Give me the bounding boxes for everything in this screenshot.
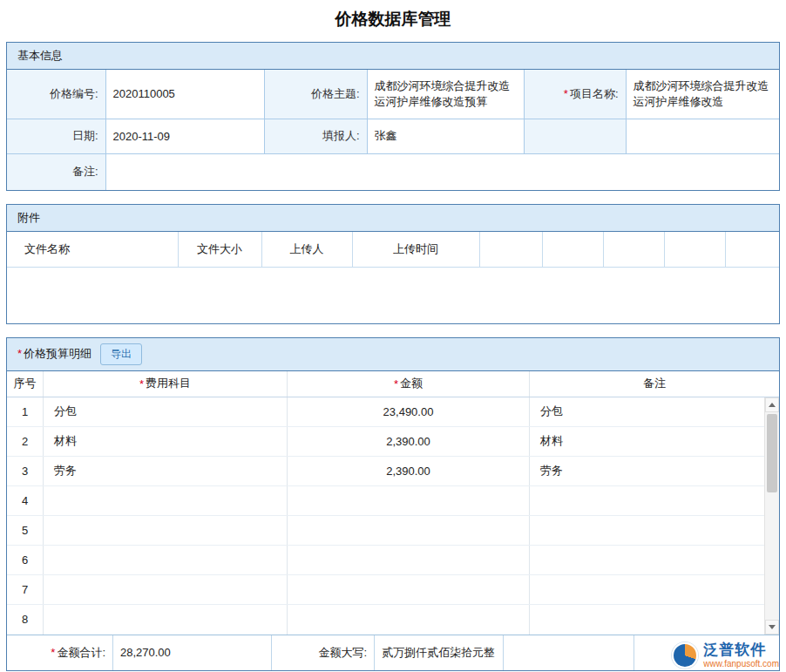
total-amount-value: 28,270.00: [113, 635, 272, 670]
row-subject: [44, 575, 288, 604]
price-subject-value: 成都沙河环境综合提升改造运河护岸维修改造预算: [367, 70, 524, 119]
table-row: 2 材料 2,390.00 材料: [7, 427, 764, 457]
project-name-label-text: 项目名称:: [570, 87, 619, 100]
amount-caps-value: 贰万捌仟贰佰柒拾元整: [375, 635, 504, 670]
empty-label-cell: [524, 119, 626, 153]
row-remark: 劳务: [530, 457, 764, 485]
col-header-no: 序号: [7, 371, 44, 397]
row-amount: [288, 605, 530, 635]
row-amount: [288, 486, 530, 515]
row-amount: [288, 575, 530, 604]
row-remark: [530, 486, 764, 515]
col-header-amount-text: 金额: [400, 376, 423, 391]
col-header-remark: 备注: [530, 371, 779, 397]
price-subject-label: 价格主题:: [264, 70, 367, 119]
detail-grid-area: 1 分包 23,490.00 分包 2 材料 2,390.00 材料 3 劳务 …: [7, 397, 779, 635]
row-no: 2: [7, 427, 44, 456]
row-subject: [44, 486, 288, 515]
amount-caps-label: 金额大写:: [272, 635, 375, 670]
row-no: 1: [7, 397, 44, 426]
required-mark: *: [17, 347, 22, 360]
basic-info-table: 价格编号: 2020110005 价格主题: 成都沙河环境综合提升改造运河护岸维…: [7, 70, 779, 190]
basic-info-header: 基本信息: [7, 43, 779, 70]
attachments-table: 文件名称 文件大小 上传人 上传时间: [7, 232, 779, 268]
price-no-label: 价格编号:: [7, 70, 105, 119]
row-no: 7: [7, 575, 44, 604]
table-row: 5: [7, 516, 764, 546]
row-amount: 2,390.00: [288, 457, 530, 485]
detail-rows: 1 分包 23,490.00 分包 2 材料 2,390.00 材料 3 劳务 …: [7, 397, 764, 635]
fanpu-logo-icon: [672, 642, 698, 669]
detail-column-header-row: 序号 *费用科目 *金额 备注: [7, 371, 779, 397]
basic-info-section: 基本信息 价格编号: 2020110005 价格主题: 成都沙河环境综合提升改造…: [6, 42, 780, 191]
row-subject: 材料: [44, 427, 288, 456]
row-no: 8: [7, 605, 44, 635]
required-mark: *: [51, 646, 55, 659]
row-no: 5: [7, 516, 44, 545]
table-row: 8: [7, 605, 764, 635]
reporter-value: 张鑫: [367, 119, 524, 153]
fanpu-logo: 泛普软件 www.fanpusoft.com: [672, 642, 779, 669]
date-label: 日期:: [7, 119, 105, 153]
row-remark: 材料: [530, 427, 764, 456]
table-row: 6: [7, 546, 764, 575]
export-button[interactable]: 导出: [100, 343, 142, 365]
row-subject: [44, 605, 288, 635]
scroll-down-button[interactable]: [765, 620, 779, 635]
arrow-up-icon: [769, 403, 776, 407]
scroll-up-button[interactable]: [765, 397, 779, 412]
row-remark: [530, 605, 764, 635]
uploader-header: 上传人: [261, 232, 352, 267]
table-row: 备注:: [7, 153, 779, 190]
attachment-extra-column: [603, 232, 664, 267]
table-row: 3 劳务 2,390.00 劳务: [7, 457, 764, 486]
required-mark: *: [394, 377, 398, 390]
file-size-header: 文件大小: [178, 232, 261, 267]
row-subject: 劳务: [44, 457, 288, 485]
footer-empty-cell: [504, 635, 634, 670]
detail-footer-row: *金额合计: 28,270.00 金额大写: 贰万捌仟贰佰柒拾元整: [7, 635, 779, 670]
price-budget-detail-section: *价格预算明细 导出 序号 *费用科目 *金额 备注 1 分包 23,490.0…: [6, 337, 780, 671]
fanpu-brand-name: 泛普软件: [703, 642, 779, 659]
row-no: 4: [7, 486, 44, 515]
price-no-value: 2020110005: [105, 70, 264, 119]
row-amount: 2,390.00: [288, 427, 530, 456]
table-row: 日期: 2020-11-09 填报人: 张鑫: [7, 119, 779, 153]
price-budget-detail-title-text: 价格预算明细: [24, 347, 91, 360]
row-remark: 分包: [530, 397, 764, 426]
price-budget-detail-title: *价格预算明细: [17, 346, 91, 362]
col-header-subject: *费用科目: [44, 371, 288, 397]
reporter-label: 填报人:: [264, 119, 367, 153]
attachment-extra-column: [479, 232, 542, 267]
row-subject: 分包: [44, 397, 288, 426]
attachment-extra-column: [725, 232, 779, 267]
attachments-header-row: 文件名称 文件大小 上传人 上传时间: [7, 232, 779, 267]
scrollbar-track[interactable]: [765, 412, 779, 620]
table-row: 7: [7, 575, 764, 605]
row-amount: 23,490.00: [288, 397, 530, 426]
basic-info-title: 基本信息: [17, 48, 63, 64]
page-title: 价格数据库管理: [0, 0, 786, 42]
table-row: 4: [7, 486, 764, 516]
attachments-title: 附件: [17, 210, 40, 226]
scrollbar-thumb[interactable]: [767, 414, 777, 492]
row-subject: [44, 516, 288, 545]
row-remark: [530, 575, 764, 604]
required-mark: *: [139, 377, 144, 390]
vertical-scrollbar[interactable]: [764, 397, 779, 635]
row-amount: [288, 546, 530, 574]
remark-label: 备注:: [7, 153, 105, 190]
attachments-section: 附件 文件名称 文件大小 上传人 上传时间: [6, 204, 780, 324]
attachment-extra-column: [664, 232, 725, 267]
attachment-extra-column: [542, 232, 603, 267]
page: 价格数据库管理 基本信息 价格编号: 2020110005 价格主题: 成都沙河…: [0, 0, 786, 672]
row-remark: [530, 546, 764, 574]
price-budget-detail-header: *价格预算明细 导出: [7, 338, 779, 371]
row-subject: [44, 546, 288, 574]
attachments-header: 附件: [7, 205, 779, 232]
row-amount: [288, 516, 530, 545]
table-row: 价格编号: 2020110005 价格主题: 成都沙河环境综合提升改造运河护岸维…: [7, 70, 779, 119]
project-name-label: *项目名称:: [524, 70, 626, 119]
required-mark: *: [564, 87, 568, 100]
row-no: 6: [7, 546, 44, 574]
